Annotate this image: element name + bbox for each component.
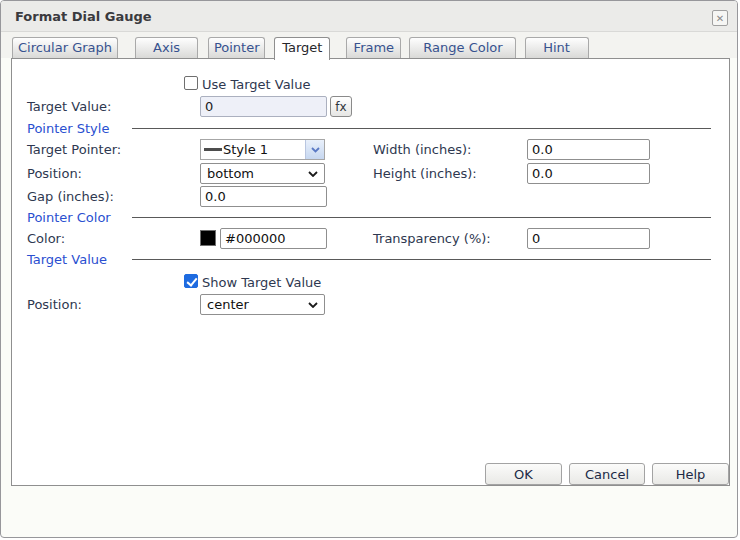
- section-target-value: Target Value: [12, 252, 729, 274]
- width-label: Width (inches):: [373, 142, 471, 158]
- gap-input[interactable]: [200, 186, 327, 207]
- tab-frame[interactable]: Frame: [346, 37, 401, 58]
- use-target-value-checkbox[interactable]: [184, 76, 198, 90]
- chevron-down-icon: [308, 171, 318, 177]
- show-target-value-label: Show Target Value: [202, 275, 321, 291]
- height-input[interactable]: [527, 163, 650, 184]
- target-position-label: Position:: [27, 297, 82, 313]
- position-value: bottom: [207, 166, 254, 181]
- dialog-title: Format Dial Gauge: [15, 9, 152, 24]
- chevron-down-icon: [311, 147, 320, 153]
- close-icon: ✕: [716, 13, 724, 24]
- tab-hint[interactable]: Hint: [525, 37, 589, 58]
- fx-button[interactable]: fx: [330, 96, 352, 117]
- style-line-icon: [204, 148, 222, 151]
- height-label: Height (inches):: [373, 166, 477, 182]
- row-target-pointer: Target Pointer: Style 1 Width (inches):: [12, 139, 729, 161]
- show-target-value-checkbox[interactable]: [184, 274, 198, 288]
- target-position-select[interactable]: center: [200, 294, 325, 315]
- row-position: Position: bottom Height (inches):: [12, 163, 729, 185]
- tab-bar: Circular Graph Axis Pointer Target Frame…: [12, 37, 589, 60]
- combobox-dropdown-button[interactable]: [305, 140, 324, 159]
- target-value-title: Target Value: [27, 252, 107, 267]
- section-divider: [132, 217, 711, 218]
- target-position-value: center: [207, 297, 249, 312]
- target-value-label: Target Value:: [27, 99, 111, 115]
- row-target-value: Target Value: fx: [12, 96, 729, 118]
- row-gap: Gap (inches):: [12, 186, 729, 208]
- row-color: Color: Transparency (%):: [12, 228, 729, 250]
- pointer-color-title: Pointer Color: [27, 210, 111, 225]
- row-target-position: Position: center: [12, 294, 729, 316]
- gap-label: Gap (inches):: [27, 189, 114, 205]
- target-pointer-label: Target Pointer:: [27, 142, 121, 158]
- tab-target[interactable]: Target: [274, 37, 330, 60]
- position-select[interactable]: bottom: [200, 163, 325, 184]
- format-dial-gauge-dialog: Format Dial Gauge ✕ Circular Graph Axis …: [0, 0, 738, 538]
- color-hex-input[interactable]: [220, 228, 327, 249]
- dialog-titlebar: Format Dial Gauge ✕: [1, 1, 737, 32]
- tab-circular-graph[interactable]: Circular Graph: [12, 37, 118, 58]
- use-target-value-label: Use Target Value: [202, 77, 310, 93]
- pointer-style-title: Pointer Style: [27, 121, 109, 136]
- tab-content-target: Use Target Value Target Value: fx Pointe…: [11, 58, 730, 486]
- color-swatch[interactable]: [200, 230, 216, 246]
- target-pointer-combobox[interactable]: Style 1: [200, 139, 325, 160]
- position-label: Position:: [27, 166, 82, 182]
- row-use-target-value: Use Target Value: [12, 74, 729, 96]
- cancel-button[interactable]: Cancel: [569, 463, 645, 485]
- color-label: Color:: [27, 231, 65, 247]
- target-pointer-value: Style 1: [223, 142, 268, 157]
- tab-range-color[interactable]: Range Color: [409, 37, 516, 58]
- section-divider: [132, 259, 711, 260]
- chevron-down-icon: [308, 302, 318, 308]
- section-divider: [132, 128, 711, 129]
- transparency-label: Transparency (%):: [373, 231, 491, 247]
- ok-button[interactable]: OK: [485, 463, 562, 485]
- target-value-input[interactable]: [200, 96, 327, 117]
- transparency-input[interactable]: [527, 228, 650, 249]
- row-show-target-value: Show Target Value: [12, 272, 729, 294]
- close-button[interactable]: ✕: [712, 10, 728, 26]
- tab-axis[interactable]: Axis: [135, 37, 198, 58]
- tab-pointer[interactable]: Pointer: [208, 37, 265, 58]
- width-input[interactable]: [527, 139, 650, 160]
- help-button[interactable]: Help: [652, 463, 729, 485]
